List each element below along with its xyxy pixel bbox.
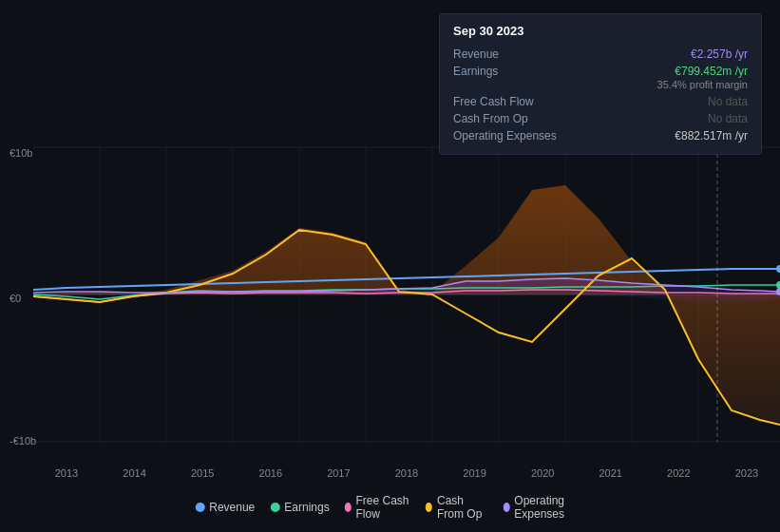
tooltip-row-opex: Operating Expenses €882.517m /yr bbox=[453, 127, 748, 144]
tooltip-label-cashfromop: Cash From Op bbox=[453, 112, 567, 125]
legend-label-cashfromop: Cash From Op bbox=[437, 494, 488, 521]
chart-legend: Revenue Earnings Free Cash Flow Cash Fro… bbox=[195, 494, 585, 521]
tooltip-label-revenue: Revenue bbox=[453, 48, 567, 61]
tooltip-value-fcf: No data bbox=[708, 95, 748, 108]
x-label-2017: 2017 bbox=[305, 467, 371, 479]
x-label-2022: 2022 bbox=[645, 467, 712, 479]
legend-cashfromop[interactable]: Cash From Op bbox=[426, 494, 487, 521]
tooltip-row-cashfromop: Cash From Op No data bbox=[453, 110, 748, 127]
tooltip-date: Sep 30 2023 bbox=[453, 24, 748, 38]
svg-point-15 bbox=[776, 281, 780, 289]
tooltip-row-fcf: Free Cash Flow No data bbox=[453, 93, 748, 110]
legend-label-fcf: Free Cash Flow bbox=[355, 494, 410, 521]
tooltip-value-revenue: €2.257b /yr bbox=[691, 48, 748, 61]
legend-label-earnings: Earnings bbox=[284, 501, 329, 514]
tooltip-label-fcf: Free Cash Flow bbox=[453, 95, 567, 108]
tooltip-value-opex: €882.517m /yr bbox=[675, 129, 748, 142]
svg-point-14 bbox=[776, 265, 780, 273]
x-label-2020: 2020 bbox=[509, 467, 576, 479]
x-label-2021: 2021 bbox=[578, 467, 644, 479]
legend-dot-opex bbox=[503, 503, 509, 512]
tooltip-profit-margin: 35.4% profit margin bbox=[657, 79, 748, 90]
legend-opex[interactable]: Operating Expenses bbox=[503, 494, 584, 521]
x-label-2013: 2013 bbox=[33, 467, 100, 479]
x-label-2019: 2019 bbox=[442, 467, 508, 479]
legend-fcf[interactable]: Free Cash Flow bbox=[345, 494, 411, 521]
tooltip-card: Sep 30 2023 Revenue €2.257b /yr Earnings… bbox=[439, 13, 762, 155]
x-label-2015: 2015 bbox=[169, 467, 236, 479]
tooltip-label-earnings: Earnings bbox=[453, 65, 567, 78]
legend-dot-earnings bbox=[270, 503, 279, 512]
legend-dot-cashfromop bbox=[426, 503, 432, 512]
legend-dot-fcf bbox=[345, 503, 352, 512]
tooltip-row-earnings: Earnings €799.452m /yr 35.4% profit marg… bbox=[453, 63, 748, 93]
tooltip-value-earnings: €799.452m /yr bbox=[675, 65, 748, 78]
legend-revenue[interactable]: Revenue bbox=[195, 501, 255, 514]
tooltip-row-revenue: Revenue €2.257b /yr bbox=[453, 46, 748, 63]
x-label-2023: 2023 bbox=[713, 467, 780, 479]
chart-container: Sep 30 2023 Revenue €2.257b /yr Earnings… bbox=[0, 0, 780, 532]
legend-label-opex: Operating Expenses bbox=[514, 494, 584, 521]
x-label-2016: 2016 bbox=[238, 467, 304, 479]
tooltip-label-opex: Operating Expenses bbox=[453, 129, 567, 142]
legend-label-revenue: Revenue bbox=[209, 501, 255, 514]
x-label-2014: 2014 bbox=[102, 467, 168, 479]
tooltip-value-cashfromop: No data bbox=[708, 112, 748, 125]
legend-earnings[interactable]: Earnings bbox=[270, 501, 329, 514]
legend-dot-revenue bbox=[195, 503, 204, 512]
x-label-2018: 2018 bbox=[373, 467, 440, 479]
